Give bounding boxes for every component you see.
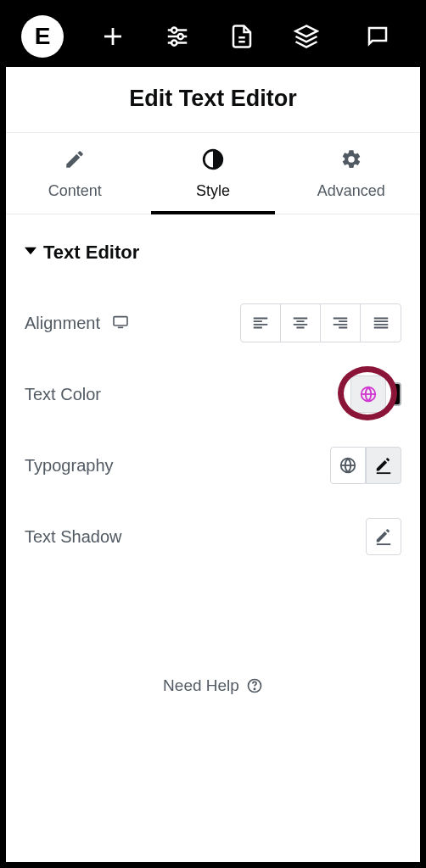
panel-container: E Edit Text Editor Content	[6, 6, 420, 862]
svg-point-7	[171, 40, 177, 45]
control-label: Alignment	[25, 314, 100, 333]
tab-content[interactable]: Content	[6, 133, 144, 214]
edit-text-shadow-button[interactable]	[366, 518, 401, 555]
control-text-shadow: Text Shadow	[25, 511, 401, 562]
pencil-underline-icon	[374, 456, 393, 475]
svg-rect-36	[377, 543, 391, 545]
chat-icon	[365, 24, 390, 49]
panel-title: Edit Text Editor	[6, 67, 420, 132]
need-help-link[interactable]: Need Help	[25, 676, 401, 695]
svg-marker-10	[296, 26, 317, 37]
section-title: Text Editor	[43, 242, 139, 264]
global-color-button[interactable]	[350, 376, 386, 413]
tab-style[interactable]: Style	[144, 133, 283, 214]
svg-rect-14	[118, 326, 123, 328]
site-settings-button[interactable]	[152, 11, 203, 62]
pencil-underline-icon	[374, 527, 393, 546]
control-label: Text Color	[25, 385, 101, 404]
control-label: Typography	[25, 456, 114, 476]
help-icon	[246, 677, 263, 694]
edit-typography-button[interactable]	[366, 447, 401, 484]
tabs: Content Style Advanced	[6, 132, 420, 214]
svg-point-5	[178, 34, 183, 39]
panel-body: Text Editor Alignment	[6, 214, 420, 862]
svg-marker-12	[25, 248, 36, 254]
layers-icon	[294, 24, 319, 49]
section-header[interactable]: Text Editor	[25, 242, 401, 264]
desktop-icon[interactable]	[112, 314, 129, 333]
svg-rect-13	[114, 316, 127, 325]
align-center-button[interactable]	[281, 304, 321, 342]
global-typography-button[interactable]	[330, 447, 366, 484]
elementor-logo[interactable]: E	[21, 15, 64, 58]
page-settings-button[interactable]	[216, 11, 267, 62]
half-circle-icon	[202, 148, 224, 174]
need-help-label: Need Help	[163, 676, 239, 695]
tab-label: Style	[196, 182, 230, 200]
caret-down-icon	[25, 245, 36, 260]
svg-rect-35	[377, 472, 391, 474]
sliders-icon	[165, 24, 190, 49]
align-right-button[interactable]	[321, 304, 361, 342]
control-text-color: Text Color	[25, 369, 401, 420]
align-left-button[interactable]	[241, 304, 281, 342]
globe-icon	[359, 385, 378, 403]
globe-icon	[339, 456, 357, 475]
pencil-icon	[64, 148, 86, 174]
control-typography: Typography	[25, 440, 401, 491]
notes-button[interactable]	[352, 11, 403, 62]
control-label: Text Shadow	[25, 527, 122, 547]
plus-icon	[100, 24, 126, 49]
tab-label: Content	[48, 182, 102, 200]
svg-point-3	[171, 27, 177, 32]
add-element-button[interactable]	[87, 11, 138, 62]
control-alignment: Alignment	[25, 298, 401, 348]
tab-label: Advanced	[317, 182, 385, 200]
color-swatch[interactable]	[391, 382, 401, 406]
topbar: E	[6, 6, 420, 67]
structure-button[interactable]	[281, 11, 332, 62]
document-icon	[229, 24, 255, 49]
tab-advanced[interactable]: Advanced	[282, 133, 420, 214]
alignment-group	[240, 303, 401, 342]
gear-icon	[340, 148, 362, 174]
align-justify-button[interactable]	[361, 304, 401, 342]
svg-point-38	[254, 688, 255, 689]
